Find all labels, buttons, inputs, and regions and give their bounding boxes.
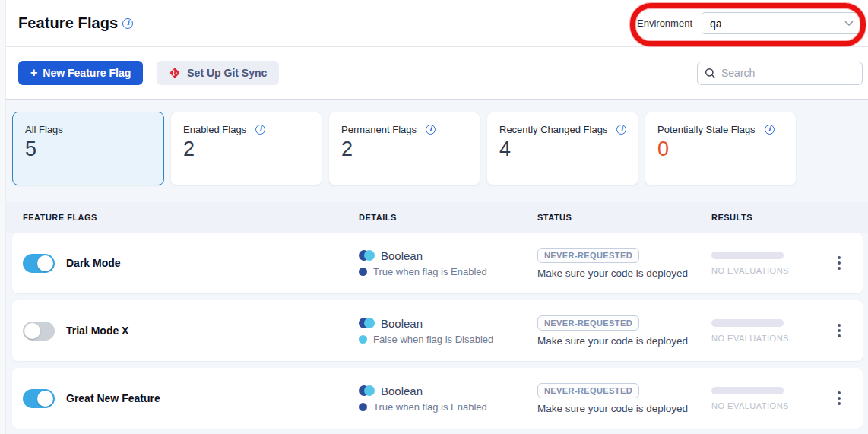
column-header-results: RESULTS [711,213,833,222]
results-label: NO EVALUATIONS [711,334,833,343]
environment-value: qa [710,17,722,30]
page-header: Feature Flags Environment qa [6,0,868,47]
git-icon [169,67,181,79]
stat-card-enabled-flags[interactable]: Enabled Flags 2 [170,112,322,185]
search-icon [705,68,716,79]
flag-toggle[interactable] [23,322,55,341]
stat-card-permanent-flags[interactable]: Permanent Flags 2 [328,112,480,185]
results-label: NO EVALUATIONS [711,266,833,275]
row-menu-button[interactable] [833,252,845,274]
value-dot-icon [359,403,367,411]
results-bar [711,252,784,259]
flag-type: Boolean [381,317,423,330]
stat-value: 0 [657,138,784,161]
table-row[interactable]: Dark Mode Boolean True when flag is Enab… [12,233,863,293]
row-menu-button[interactable] [833,387,845,410]
environment-label: Environment [637,17,692,29]
info-icon[interactable] [255,125,265,135]
environment-selector: Environment qa [637,12,862,34]
column-header-status: STATUS [537,213,711,222]
flag-type: Boolean [381,249,423,262]
flag-default-value: False when flag is Disabled [373,334,493,345]
status-text: Make sure your code is deployed [537,403,711,414]
stat-value: 2 [183,138,309,161]
flag-default-value: True when flag is Enabled [373,266,487,277]
results-bar [711,387,784,394]
value-dot-icon [359,268,367,276]
stat-label: Permanent Flags [341,124,417,135]
search-box[interactable] [697,62,863,85]
stat-label: Enabled Flags [183,124,246,135]
plus-icon: + [30,66,37,80]
value-dot-icon [359,335,367,344]
stat-card-all-flags[interactable]: All Flags 5 [12,112,164,185]
setup-git-sync-button[interactable]: Set Up Git Sync [157,61,279,85]
stat-card-recently-changed-flags[interactable]: Recently Changed Flags 4 [486,112,638,185]
status-badge: NEVER-REQUESTED [537,248,639,263]
new-feature-flag-button[interactable]: + New Feature Flag [18,61,143,85]
boolean-type-icon [359,318,375,328]
flag-default-value: True when flag is Enabled [373,401,487,413]
status-text: Make sure your code is deployed [537,335,711,347]
column-header-feature-flags: FEATURE FLAGS [23,213,359,222]
status-text: Make sure your code is deployed [537,268,711,279]
status-badge: NEVER-REQUESTED [537,383,639,398]
boolean-type-icon [359,385,375,396]
flag-name[interactable]: Dark Mode [66,257,121,269]
new-feature-flag-label: New Feature Flag [43,67,131,79]
results-bar [711,319,784,327]
stat-label: Potentially Stale Flags [657,124,756,135]
search-input[interactable] [721,67,855,79]
toolbar: + New Feature Flag Set Up Git Sync [6,47,868,100]
stat-card-potentially-stale-flags[interactable]: Potentially Stale Flags 0 [645,112,797,185]
table-header: FEATURE FLAGS DETAILS STATUS RESULTS [6,202,868,233]
sidebar-edge [0,0,6,434]
info-icon[interactable] [765,125,775,135]
stats-row: All Flags 5 Enabled Flags 2 Permanent Fl… [12,112,863,185]
status-badge: NEVER-REQUESTED [537,315,639,331]
info-icon[interactable] [616,125,626,135]
flag-toggle[interactable] [23,389,55,408]
flag-toggle[interactable] [23,254,55,273]
stat-label: All Flags [25,124,63,135]
environment-dropdown[interactable]: qa [702,12,862,34]
table-row[interactable]: Great New Feature Boolean True when flag… [12,368,863,429]
flag-name[interactable]: Great New Feature [66,392,160,404]
stat-value: 4 [499,138,626,161]
results-label: NO EVALUATIONS [711,401,833,410]
chevron-down-icon [844,21,854,27]
setup-git-sync-label: Set Up Git Sync [187,67,267,79]
column-header-details: DETAILS [359,213,537,222]
page-title: Feature Flags [18,14,118,32]
info-icon[interactable] [426,125,436,135]
stat-value: 2 [341,138,467,161]
stat-value: 5 [25,138,151,161]
flag-type: Boolean [381,385,423,398]
stat-label: Recently Changed Flags [499,124,607,135]
info-icon[interactable] [122,18,133,29]
boolean-type-icon [359,250,375,261]
row-menu-button[interactable] [833,319,845,342]
table-row[interactable]: Trial Mode X Boolean False when flag is … [12,300,863,361]
flag-name[interactable]: Trial Mode X [66,325,128,337]
